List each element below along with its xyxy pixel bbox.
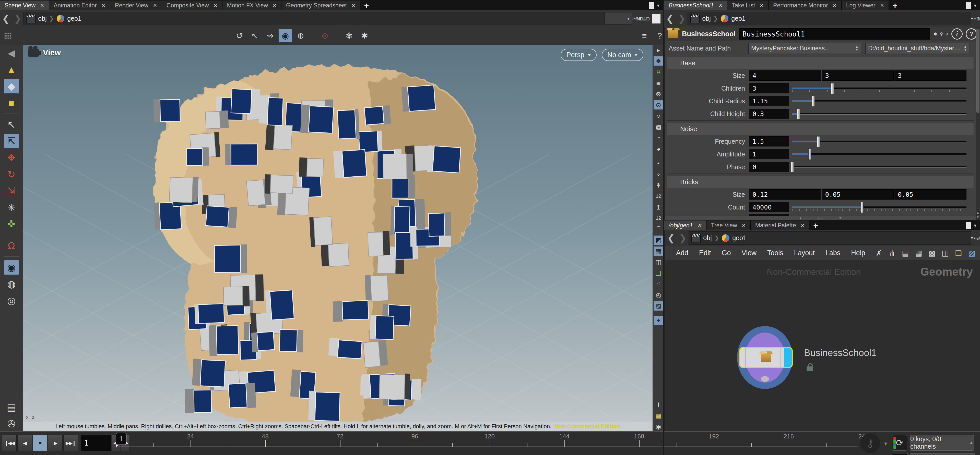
viewport-info-icon[interactable]: i [653, 400, 663, 409]
net-color-palette-icon[interactable]: ▦ [913, 247, 924, 259]
pane-maximize-icon[interactable] [966, 2, 971, 9]
path-node[interactable]: geo1 [732, 234, 746, 242]
point-normals-icon[interactable]: ↟ [653, 181, 663, 190]
scroll-down-icon[interactable]: ▼ [976, 216, 980, 219]
pane-splitter[interactable] [663, 0, 664, 455]
param-field[interactable]: 1.15 [749, 96, 789, 106]
path-dropdown-icon[interactable]: ▾ [971, 236, 973, 240]
close-icon[interactable]: ✕ [742, 222, 746, 228]
spinner-icon[interactable]: ▲▼ [964, 45, 967, 51]
path-node[interactable]: geo1 [67, 15, 81, 22]
camera-select-menu[interactable]: No cam [602, 49, 643, 61]
secure-select-icon[interactable]: ⇱ [3, 134, 19, 149]
pane-maximize-icon[interactable] [649, 2, 654, 9]
close-icon[interactable]: ✕ [880, 3, 884, 8]
param-field[interactable]: 40000 [749, 202, 789, 212]
businessschool-node[interactable]: BusinessSchool1 [737, 326, 890, 393]
net-layout-icon[interactable]: ◫ [940, 247, 951, 259]
new-tab-button[interactable]: + [889, 0, 901, 10]
slider-handle[interactable] [812, 96, 815, 107]
viewport-canvas[interactable] [23, 44, 652, 431]
menu-layout[interactable]: Layout [789, 249, 820, 257]
snapshot-icon[interactable]: ✾ [342, 29, 356, 43]
node-body[interactable] [739, 347, 793, 368]
tab-log-viewer[interactable]: Log Viewer✕ [842, 0, 889, 10]
asset-name-combo[interactable]: MysteryPancake::Business... ▲▼ [748, 43, 861, 54]
tab-tree-view[interactable]: Tree View✕ [706, 220, 751, 230]
tab-motion-fx-view[interactable]: Motion FX View✕ [223, 0, 282, 10]
node-display-flag[interactable] [784, 348, 792, 367]
menu-edit[interactable]: Edit [694, 249, 716, 257]
auto-key-toggle[interactable]: ⟳ [892, 435, 907, 451]
keys-channels-display[interactable]: 0 keys, 0/0 channels ▲ [910, 435, 974, 451]
slider-handle[interactable] [831, 83, 834, 94]
toolbar-grip-icon[interactable]: ⣿⣿ [3, 32, 11, 40]
close-icon[interactable]: ✕ [102, 3, 105, 8]
group-boundary-icon[interactable]: ❑ [653, 268, 663, 278]
node-name-field[interactable]: BusinessSchool1 [739, 29, 930, 40]
param-slider[interactable] [792, 108, 966, 120]
rotate-tool-icon[interactable]: ↻ [3, 167, 19, 182]
display-flag-cube-icon[interactable]: ◧ [639, 16, 643, 21]
hq-shading-icon[interactable]: ▩ [653, 122, 663, 132]
current-frame-field[interactable]: 1 [81, 435, 111, 451]
net-background-image-icon[interactable]: ▨ [966, 247, 977, 259]
close-icon[interactable]: ✕ [40, 3, 44, 8]
scroll-up-icon[interactable]: ▲ [976, 211, 980, 214]
stop-button[interactable]: ■ [33, 435, 47, 451]
collapse-up-icon[interactable]: ▲ [799, 216, 802, 219]
close-icon[interactable]: ✕ [697, 222, 702, 228]
tab-take-list[interactable]: Take List✕ [727, 0, 768, 10]
forward-arrow-icon[interactable]: ❯ [677, 233, 689, 243]
param-slider[interactable] [792, 148, 966, 160]
pin-pane-icon[interactable]: ➢ [632, 16, 635, 21]
menu-labs[interactable]: Labs [820, 249, 846, 257]
scene-viewport[interactable]: View Persp No cam x z Left mouse tumbles… [23, 44, 652, 431]
param-field-1[interactable]: 0.05 [822, 189, 894, 200]
playhead[interactable]: 1 [116, 433, 126, 445]
close-icon[interactable]: ✕ [352, 3, 356, 8]
tab-render-view[interactable]: Render View✕ [110, 0, 162, 10]
parameter-collapse-bar[interactable]: ▲ ⣿⣿⣿ ▼ [665, 216, 976, 220]
close-icon[interactable]: ✕ [760, 3, 764, 8]
follow-network-icon[interactable]: ◎ [635, 16, 639, 21]
info-icon[interactable]: i [951, 29, 963, 40]
param-slider[interactable] [792, 161, 966, 173]
uv-checker-icon[interactable]: ▦ [653, 246, 663, 256]
select-tool-icon[interactable]: ↖ [248, 29, 261, 43]
tab-animation-editor[interactable]: Animation Editor✕ [49, 0, 110, 10]
render-film-icon[interactable]: ✇ [3, 417, 19, 431]
pane-maximize-icon[interactable] [966, 222, 971, 229]
param-field[interactable]: 0.3 [749, 109, 789, 119]
param-slider[interactable] [792, 201, 966, 213]
digital-asset-icon[interactable] [668, 30, 678, 38]
param-field-0[interactable]: 4 [749, 70, 821, 81]
viewer-combo[interactable]: ▾ [605, 13, 632, 24]
close-icon[interactable]: ✕ [272, 3, 277, 8]
menu-add[interactable]: Add [671, 249, 694, 257]
param-search-icon[interactable]: ⌕ [946, 32, 948, 36]
current-state-icon[interactable]: ▢ [646, 16, 650, 21]
slider-handle[interactable] [808, 149, 811, 160]
param-path-chip[interactable]: obj ❯ geo1 [687, 12, 971, 25]
frame-all-icon[interactable]: ⊕ [294, 29, 307, 43]
tab-businessschool1[interactable]: BusinessSchool1✕ [664, 0, 727, 10]
follow-network-icon[interactable]: ◎ [977, 236, 980, 240]
forward-arrow-icon[interactable]: ❯ [676, 13, 687, 24]
slider-handle[interactable] [797, 109, 800, 119]
param-field[interactable]: 1.5 [749, 136, 789, 146]
tab-obj-geo1[interactable]: /obj/geo1✕ [664, 220, 706, 230]
param-field-0[interactable]: 0.12 [749, 189, 821, 200]
camera-tool-icon[interactable]: ◉ [3, 260, 19, 275]
menu-help[interactable]: Help [846, 249, 871, 257]
net-list-icon[interactable]: ▤ [900, 247, 911, 259]
points-display-icon[interactable]: • [653, 159, 663, 168]
menu-view[interactable]: View [737, 249, 762, 257]
slider-handle[interactable] [791, 162, 794, 173]
param-slider[interactable] [792, 135, 966, 147]
chevron-down-icon[interactable]: ▼ [883, 441, 888, 447]
shaded-prims-icon[interactable]: ◩ [653, 235, 663, 245]
gear-presets-icon[interactable]: ✱ [934, 32, 937, 36]
toolbar-menu-icon[interactable]: ≡ [638, 29, 651, 43]
prim-numbers-icon[interactable]: 12 [653, 213, 663, 223]
